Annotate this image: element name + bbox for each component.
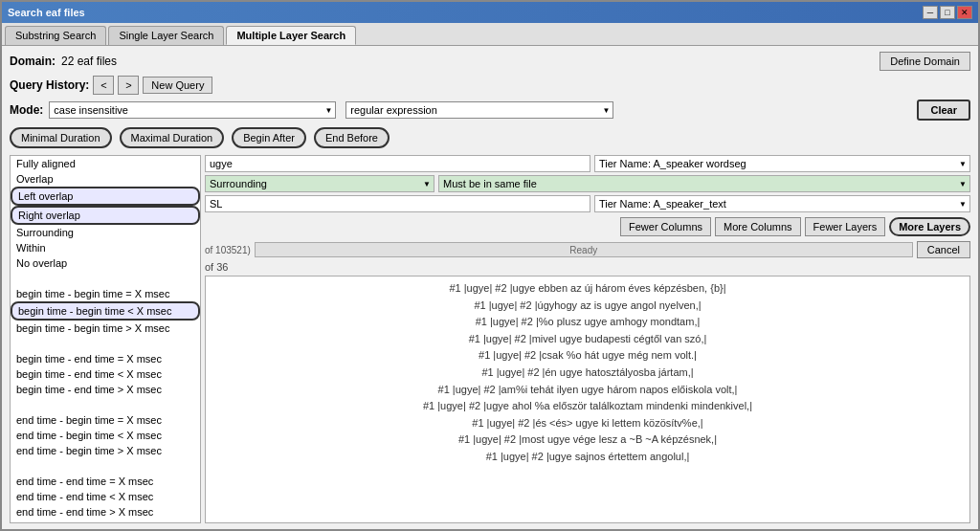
list-item-within[interactable]: Within (11, 240, 200, 255)
layer1-tier-select[interactable]: Tier Name: A_speaker wordseg (594, 155, 970, 172)
list-item-spacer2 (11, 336, 200, 351)
duration-row: Minimal Duration Maximal Duration Begin … (10, 125, 970, 150)
regex-select-wrapper: regular expression (345, 101, 613, 119)
progress-row: of 103521) Ready Cancel (205, 241, 970, 258)
result-line: #1 |ugye| #2 |most ugye vége lesz a ~B ~… (210, 431, 966, 449)
list-item-end-end-eq[interactable]: end time - end time = X msec (11, 474, 200, 489)
list-item-spacer3 (11, 397, 200, 412)
list-item-end-end-lt[interactable]: end time - end time < X msec (11, 489, 200, 504)
layer2-row: Tier Name: A_speaker_text (205, 195, 970, 212)
window-title: Search eaf files (8, 7, 85, 18)
list-item-begin-end-lt[interactable]: begin time - end time < X msec (11, 366, 200, 382)
tab-substring-search[interactable]: Substring Search (5, 26, 106, 45)
query-history-label: Query History: (10, 78, 89, 92)
list-item-begin-begin-gt[interactable]: begin time - begin time > X msec (11, 321, 200, 336)
list-item-left-overlap[interactable]: Left overlap (11, 187, 200, 206)
list-item-fully-aligned[interactable]: Fully aligned (11, 156, 200, 171)
constraint-select-wrapper: Must be in same file (438, 175, 970, 192)
result-line: #1 |ugye| #2 |én ugye hatosztályosba jár… (210, 365, 966, 382)
result-line: #1 |ugye| #2 |am%i tehát ilyen ugye háro… (210, 382, 966, 399)
result-line: #1 |ugye| #2 |csak %o hát ugye még nem v… (210, 347, 966, 365)
layer2-tier-select-wrapper: Tier Name: A_speaker_text (594, 195, 970, 212)
main-area: Fully aligned Overlap Left overlap Right… (10, 155, 970, 523)
define-domain-button[interactable]: Define Domain (880, 52, 970, 71)
minimal-duration-button[interactable]: Minimal Duration (10, 127, 112, 148)
progress-bar: Ready (255, 242, 913, 257)
result-line: #1 |ugye| #2 |%o plusz ugye amhogy mondt… (210, 314, 966, 331)
domain-label: Domain: (10, 55, 56, 68)
page-info: of 36 (205, 261, 228, 273)
query-history-row: Query History: < > New Query (10, 76, 970, 95)
list-item-spacer4 (11, 458, 200, 474)
tab-multiple-layer-search[interactable]: Multiple Layer Search (226, 26, 356, 45)
clear-button[interactable]: Clear (917, 100, 970, 121)
progress-text: Ready (569, 245, 597, 255)
layer2-text-input[interactable] (205, 195, 590, 212)
result-line: #1 |ugye| #2 |mivel ugye budapesti cégtő… (210, 331, 966, 348)
close-button[interactable]: ✕ (957, 6, 972, 19)
layer1-tier-select-wrapper: Tier Name: A_speaker wordseg (594, 155, 970, 172)
title-bar: Search eaf files ─ □ ✕ (2, 2, 978, 23)
content-area: Domain: 22 eaf files Define Domain Query… (2, 46, 978, 529)
fewer-layers-button[interactable]: Fewer Layers (805, 217, 886, 236)
list-item-begin-begin-lt[interactable]: begin time - begin time < X msec (11, 301, 200, 321)
tab-bar: Substring Search Single Layer Search Mul… (2, 23, 978, 46)
minimize-button[interactable]: ─ (923, 6, 938, 19)
domain-row: Domain: 22 eaf files Define Domain (10, 52, 970, 71)
results-area[interactable]: #1 |ugye| #2 |ugye ebben az új három éve… (205, 276, 970, 523)
relation-select[interactable]: Surrounding (205, 175, 434, 192)
cancel-button[interactable]: Cancel (917, 241, 970, 258)
layer1-row: Tier Name: A_speaker wordseg (205, 155, 970, 172)
result-line: #1 |ugye| #2 |ugye ahol %a először talál… (210, 398, 966, 415)
window-controls: ─ □ ✕ (923, 6, 972, 19)
maximize-button[interactable]: □ (940, 6, 955, 19)
new-query-button[interactable]: New Query (143, 77, 212, 94)
result-line: #1 |ugye| #2 |ugye ebben az új három éve… (210, 280, 966, 298)
list-item-right-overlap[interactable]: Right overlap (11, 206, 200, 225)
list-item-overlap[interactable]: Overlap (11, 171, 200, 187)
mode-select-wrapper: case insensitive (49, 101, 336, 119)
columns-row: Fewer Columns More Columns Fewer Layers … (205, 215, 970, 238)
list-item-end-begin-lt[interactable]: end time - begin time < X msec (11, 428, 200, 443)
fewer-columns-button[interactable]: Fewer Columns (620, 217, 711, 236)
list-item-end-end-gt[interactable]: end time - end time > X msec (11, 504, 200, 520)
list-item-no-overlap[interactable]: No overlap (11, 255, 200, 271)
layer1-text-input[interactable] (205, 155, 590, 172)
query-prev-button[interactable]: < (93, 76, 114, 95)
relation-select-wrapper: Surrounding (205, 175, 434, 192)
begin-after-button[interactable]: Begin After (232, 127, 306, 148)
right-panel: Tier Name: A_speaker wordseg Surrounding… (205, 155, 970, 523)
mode-label: Mode: (10, 103, 43, 117)
list-item-begin-end-eq[interactable]: begin time - end time = X msec (11, 351, 200, 366)
result-line: #1 |ugye| #2 |és <és> ugye ki lettem köz… (210, 415, 966, 432)
regex-select[interactable]: regular expression (345, 101, 613, 119)
result-line: #1 |ugye| #2 |úgyhogy az is ugye angol n… (210, 298, 966, 315)
maximal-duration-button[interactable]: Maximal Duration (120, 127, 225, 148)
list-item-spacer1 (11, 271, 200, 286)
constraint-select[interactable]: Must be in same file (438, 175, 970, 192)
list-item-begin-end-gt[interactable]: begin time - end time > X msec (11, 382, 200, 397)
relation-list: Fully aligned Overlap Left overlap Right… (10, 155, 201, 523)
list-item-begin-begin-eq[interactable]: begin time - begin time = X msec (11, 286, 200, 301)
page-count-prefix: of 103521) (205, 245, 251, 255)
relation-row: Surrounding Must be in same file (205, 175, 970, 192)
result-line: #1 |ugye| #2 |ugye sajnos értettem angol… (210, 449, 966, 466)
main-window: Search eaf files ─ □ ✕ Substring Search … (0, 0, 980, 531)
layer2-tier-select[interactable]: Tier Name: A_speaker_text (594, 195, 970, 212)
tab-single-layer-search[interactable]: Single Layer Search (108, 26, 224, 45)
more-layers-button[interactable]: More Layers (889, 217, 970, 236)
list-item-end-begin-gt[interactable]: end time - begin time > X msec (11, 443, 200, 458)
page-info-row: of 36 (205, 261, 970, 273)
mode-row: Mode: case insensitive regular expressio… (10, 100, 970, 121)
mode-select[interactable]: case insensitive (49, 101, 336, 119)
progress-fill: Ready (256, 243, 912, 256)
query-next-button[interactable]: > (118, 76, 139, 95)
more-columns-button[interactable]: More Columns (715, 217, 801, 236)
list-item-surrounding[interactable]: Surrounding (11, 225, 200, 240)
end-before-button[interactable]: End Before (314, 127, 390, 148)
list-item-spacer5 (11, 520, 200, 523)
domain-value: 22 eaf files (61, 55, 117, 68)
list-item-end-begin-eq[interactable]: end time - begin time = X msec (11, 412, 200, 428)
